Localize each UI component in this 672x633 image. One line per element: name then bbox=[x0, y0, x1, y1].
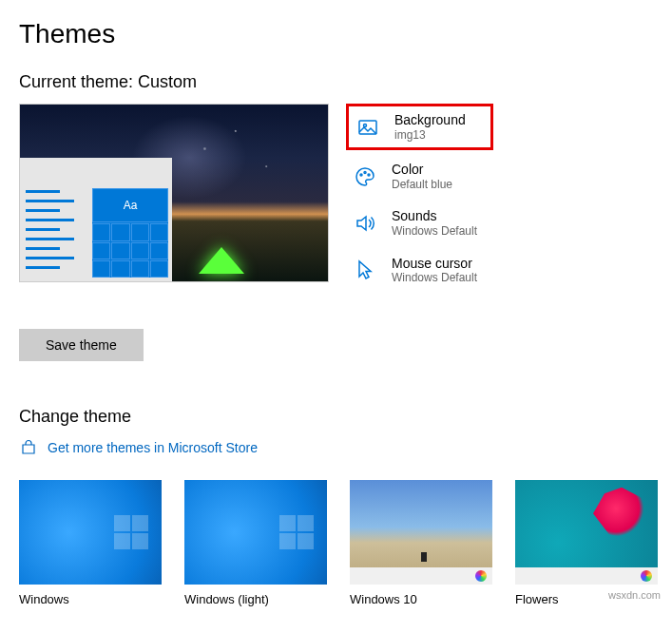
svg-point-4 bbox=[368, 174, 370, 176]
sounds-value: Windows Default bbox=[392, 224, 477, 238]
speaker-icon bbox=[352, 210, 378, 237]
theme-flowers[interactable]: Flowers bbox=[515, 480, 658, 606]
theme-label: Windows 10 bbox=[350, 592, 492, 606]
current-theme-heading: Current theme: Custom bbox=[19, 72, 653, 92]
color-setting[interactable]: Color Default blue bbox=[346, 156, 493, 197]
cursor-icon bbox=[352, 257, 378, 283]
theme-preview: Aa bbox=[19, 104, 329, 282]
background-setting[interactable]: Background img13 bbox=[346, 104, 493, 150]
color-title: Color bbox=[392, 162, 452, 178]
store-link[interactable]: Get more themes in Microsoft Store bbox=[19, 438, 653, 457]
cursor-value: Windows Default bbox=[392, 271, 477, 284]
color-dot-icon bbox=[475, 570, 487, 582]
watermark: wsxdn.com bbox=[608, 589, 661, 601]
theme-thumb bbox=[350, 480, 492, 585]
page-title: Themes bbox=[19, 19, 653, 49]
store-icon bbox=[19, 438, 38, 457]
mouse-cursor-setting[interactable]: Mouse cursor Windows Default bbox=[346, 250, 493, 291]
change-theme-heading: Change theme bbox=[19, 407, 653, 427]
theme-thumb bbox=[515, 480, 658, 585]
background-value: img13 bbox=[394, 128, 466, 142]
theme-thumb bbox=[184, 480, 327, 585]
theme-windows-light[interactable]: Windows (light) bbox=[184, 480, 327, 606]
picture-icon bbox=[355, 114, 381, 141]
preview-tile-text: Aa bbox=[92, 188, 168, 222]
theme-windows[interactable]: Windows bbox=[19, 480, 162, 606]
cursor-title: Mouse cursor bbox=[392, 256, 477, 272]
store-link-label: Get more themes in Microsoft Store bbox=[48, 440, 258, 455]
background-title: Background bbox=[394, 112, 466, 128]
save-theme-button[interactable]: Save theme bbox=[19, 329, 144, 361]
sounds-setting[interactable]: Sounds Windows Default bbox=[346, 202, 493, 243]
svg-point-3 bbox=[364, 171, 366, 173]
theme-windows-10[interactable]: Windows 10 bbox=[350, 480, 492, 606]
color-value: Default blue bbox=[392, 178, 452, 191]
theme-thumb bbox=[19, 480, 162, 585]
theme-label: Windows (light) bbox=[184, 592, 327, 606]
color-dot-icon bbox=[641, 570, 652, 582]
svg-point-2 bbox=[360, 174, 362, 176]
sounds-title: Sounds bbox=[392, 208, 477, 224]
theme-label: Windows bbox=[19, 592, 162, 606]
palette-icon bbox=[352, 163, 378, 190]
